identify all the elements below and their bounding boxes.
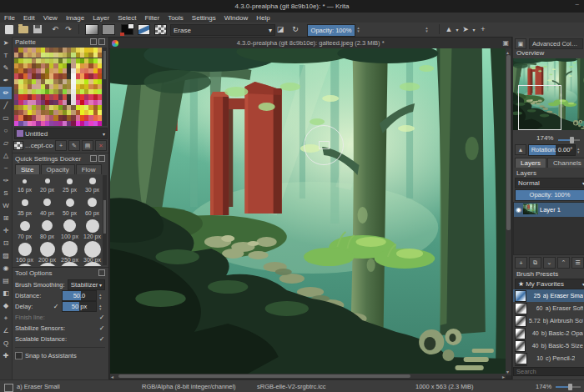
palette-swatch[interactable] <box>98 110 102 115</box>
dynamic-brush-tool-icon[interactable]: S <box>0 187 12 199</box>
subwindow-titlebar[interactable]: 4.3.0-prealpha (git 8c9b10e): galteed.jp… <box>109 38 511 49</box>
layer-properties-button[interactable]: ☰ <box>571 257 584 269</box>
pan-tool-icon[interactable]: ✚ <box>0 349 12 362</box>
palette-swatch[interactable] <box>98 48 102 53</box>
brush-size-option[interactable] <box>13 264 36 267</box>
redo-button[interactable]: ↷ <box>63 24 73 34</box>
brush-preset-row[interactable]: 5.72b) Airbrush Soft* <box>513 314 584 327</box>
polygon-tool-icon[interactable]: ▱ <box>0 137 12 149</box>
palette-swatch[interactable] <box>98 63 102 68</box>
brush-smoothing-combo[interactable]: Stabilizer ▾ <box>68 279 105 290</box>
menu-view[interactable]: View <box>39 14 62 22</box>
brush-size-option[interactable] <box>58 219 81 232</box>
close-docker-icon[interactable] <box>98 155 105 162</box>
canvas-horizontal-scrollbar[interactable]: ◂ ▸ <box>110 374 506 379</box>
scroll-down-icon[interactable]: ▾ <box>506 369 509 374</box>
polyline-tool-icon[interactable]: △ <box>0 149 12 162</box>
status-color-mode[interactable]: RGB/Alpha (8-bit integer/channel) <box>142 383 236 390</box>
blend-mode-combo[interactable]: Normal ▾ <box>515 178 584 188</box>
canvas-vertical-scrollbar[interactable]: ▴ ▾ <box>506 48 511 375</box>
palette-swatch[interactable] <box>98 84 102 89</box>
mirror-view-button[interactable]: ▲ <box>444 24 454 34</box>
palette-swatch[interactable] <box>98 94 102 99</box>
duplicate-layer-button[interactable]: ⧉ <box>529 257 541 269</box>
edit-shapes-tool-icon[interactable]: ✎ <box>0 62 12 74</box>
tab-layers[interactable]: Layers <box>515 158 546 168</box>
tool-option-check-row[interactable]: Finish line:✓ <box>12 312 108 323</box>
brush-preset-row[interactable]: 40b) Basic-5 Size Op <box>513 339 584 352</box>
layer-opacity-slider[interactable]: Opacity: 100% <box>515 189 584 201</box>
fg-bg-color-chooser[interactable] <box>120 24 133 34</box>
opacity-spinner[interactable]: ▴▾ <box>355 24 361 34</box>
slider-spinner[interactable]: ▴▾ <box>99 293 105 299</box>
fill-tool-icon[interactable]: ◧ <box>0 287 12 299</box>
save-button[interactable] <box>32 24 43 34</box>
overview-thumbnail[interactable] <box>513 58 584 130</box>
tool-option-slider[interactable]: 50 px <box>62 301 97 312</box>
delete-swatch-button[interactable]: ✕ <box>95 140 107 151</box>
palette-swatch[interactable] <box>98 115 102 120</box>
freehand-path-tool-icon[interactable]: ✑ <box>0 174 12 187</box>
brush-preset-row[interactable]: 10c) Pencil-2 <box>513 352 584 364</box>
brush-size-option[interactable] <box>36 178 58 183</box>
palette-swatch[interactable] <box>98 53 102 58</box>
menu-select[interactable]: Select <box>113 14 140 22</box>
new-document-button[interactable] <box>3 24 15 34</box>
size-spinner[interactable]: ▴▾ <box>424 24 430 34</box>
quick-settings-scrollbar[interactable] <box>103 175 107 265</box>
flow-caret[interactable]: ▾ <box>471 24 477 34</box>
palette-swatch[interactable] <box>98 73 102 78</box>
status-color-profile[interactable]: sRGB-elle-V2-srgbtrc.icc <box>257 383 326 390</box>
scroll-up-icon[interactable]: ▴ <box>506 49 509 55</box>
freehand-brush-tool-icon[interactable]: ✏ <box>0 87 12 99</box>
tab-channels[interactable]: Channels <box>547 158 584 168</box>
brush-size-option[interactable] <box>58 178 81 184</box>
move-tool-icon[interactable]: ✛ <box>0 224 12 237</box>
assistants-tool-icon[interactable]: ⌖ <box>0 312 12 324</box>
calligraphy-tool-icon[interactable]: ✒ <box>0 74 12 87</box>
brush-size-option[interactable] <box>36 220 58 231</box>
float-selector-button[interactable]: ▣ <box>515 38 526 49</box>
close-docker-icon[interactable] <box>98 38 105 45</box>
set-eraser-mode-button[interactable]: ◪ <box>275 24 285 34</box>
layer-row[interactable]: ◉Layer 1 <box>514 203 584 217</box>
add-layer-button[interactable]: + <box>515 257 527 269</box>
tab-flow[interactable]: Flow <box>76 164 102 174</box>
brush-size-grid[interactable]: 16 px20 px25 px30 px35 px40 px50 px60 px… <box>13 175 103 266</box>
mirror-caret[interactable]: ▾ <box>454 24 461 34</box>
brush-preset-row[interactable]: 60a) Eraser Soft <box>513 302 584 314</box>
minimize-icon[interactable]: – <box>576 0 579 8</box>
horizontal-scrollbar-thumb[interactable] <box>118 374 410 378</box>
zoom-tool-icon[interactable]: Q <box>0 337 12 349</box>
brush-size-option[interactable] <box>81 178 103 184</box>
tool-option-check-row[interactable]: Scalable Distance:✓ <box>12 334 108 344</box>
menu-edit[interactable]: Edit <box>19 14 39 22</box>
brush-preset-row[interactable]: 25a) Eraser Small* <box>513 289 584 302</box>
menu-settings[interactable]: Settings <box>188 14 220 22</box>
float-docker-icon[interactable] <box>90 155 97 162</box>
menu-layer[interactable]: Layer <box>88 14 113 22</box>
brush-size-option[interactable] <box>13 221 36 231</box>
brush-size-option[interactable] <box>58 241 81 257</box>
overview-zoom-slider[interactable] <box>558 139 580 141</box>
snap-to-assistants-row[interactable]: Snap to Assistants <box>12 350 108 361</box>
tool-options-header[interactable]: Tool Options <box>12 268 108 278</box>
edit-palette-button[interactable]: ✎ <box>68 140 80 151</box>
menu-file[interactable]: File <box>0 14 19 22</box>
menu-help[interactable]: Help <box>252 14 274 22</box>
palette-folder-button[interactable]: ▤ <box>82 140 93 151</box>
gradient-chooser[interactable] <box>85 24 98 34</box>
tab-size[interactable]: Size <box>15 164 40 174</box>
stabilize-sensors-checkbox[interactable]: ✓ <box>98 324 105 332</box>
palette-swatch[interactable] <box>98 121 102 126</box>
move-layer-up-button[interactable]: ⌃ <box>557 257 570 269</box>
slider-spinner[interactable]: ▴▾ <box>99 304 105 310</box>
palette-swatch[interactable] <box>98 89 102 94</box>
quick-settings-scrollbar-thumb[interactable] <box>103 200 106 234</box>
palette-swatch[interactable] <box>98 79 102 84</box>
tool-option-slider[interactable]: 50.0 <box>62 290 97 301</box>
gradient-tool-icon[interactable]: ▨ <box>0 249 12 262</box>
enclose-fill-tool-icon[interactable]: ◆ <box>0 299 12 312</box>
palette-swatch[interactable] <box>98 58 102 63</box>
menu-window[interactable]: Window <box>220 14 252 22</box>
